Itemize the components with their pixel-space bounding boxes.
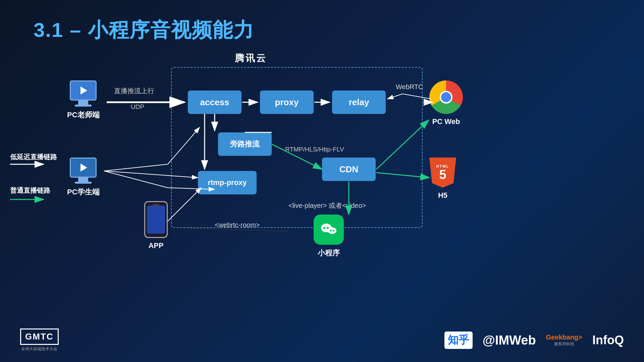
zhihu-logo: 知乎: [444, 331, 473, 349]
pc-web-label: PC Web: [432, 117, 460, 126]
right-logos: 知乎 @IMWeb Geekbang> 极客邦科技 InfoQ: [444, 331, 624, 349]
webrtc-label: WebRTC: [396, 83, 423, 91]
wechat-label: 小程序: [318, 248, 340, 258]
proxy-node: proxy: [260, 90, 314, 114]
bottom-logos: GMTC 全球大前端技术大会 知乎 @IMWeb Geekbang> 极客邦科技…: [0, 328, 644, 352]
cdn-node: CDN: [322, 158, 376, 181]
geekbang-logo: Geekbang> 极客邦科技: [546, 334, 582, 347]
gmtc-text: GMTC: [20, 328, 59, 345]
wechat-icon: 小程序: [314, 215, 344, 258]
svg-point-4: [330, 230, 331, 231]
app-icon: APP: [144, 201, 168, 250]
pc-teacher-icon: PC老师端: [67, 80, 100, 120]
svg-point-5: [332, 230, 334, 231]
imweb-logo: @IMWeb: [483, 333, 536, 348]
svg-point-2: [327, 227, 329, 229]
h5-icon: HTML 5 H5: [429, 158, 456, 200]
rtmp-proxy-node: rtmp-proxy: [198, 171, 257, 194]
pc-web-icon: PC Web: [429, 80, 463, 126]
page-title: 3.1 – 小程序音视频能力: [34, 17, 254, 44]
pc-student-icon: PC学生端: [67, 158, 100, 197]
relay-node: relay: [332, 90, 386, 114]
side-push-node: 旁路推流: [218, 132, 272, 156]
pc-teacher-label: PC老师端: [67, 110, 100, 120]
low-latency-label: 低延迟直播链路: [10, 153, 57, 164]
gmtc-logo: GMTC 全球大前端技术大会: [20, 328, 59, 352]
udp-label: UDP: [131, 103, 144, 111]
normal-latency-label: 普通直播链路: [10, 186, 50, 197]
svg-point-3: [328, 227, 336, 234]
app-label: APP: [148, 241, 163, 250]
live-player-label: <live-player> 或者<video>: [288, 201, 366, 210]
h5-label: H5: [438, 191, 447, 200]
geekbang-text: Geekbang>: [546, 334, 582, 341]
geekbang-subtitle: 极客邦科技: [554, 341, 574, 347]
access-node: access: [188, 90, 241, 114]
webrtc-room-label: <webrtc-room>: [215, 221, 260, 229]
infoq-logo: InfoQ: [592, 333, 624, 347]
stream-up-label: 直播推流上行: [114, 86, 154, 96]
pc-student-label: PC学生端: [67, 187, 100, 197]
gmtc-subtitle: 全球大前端技术大会: [21, 346, 57, 352]
svg-point-1: [323, 227, 325, 229]
tencent-cloud-label: 腾讯云: [235, 52, 267, 65]
rtmp-hls-label: RTMP/HLS/Http-FLV: [285, 146, 344, 153]
